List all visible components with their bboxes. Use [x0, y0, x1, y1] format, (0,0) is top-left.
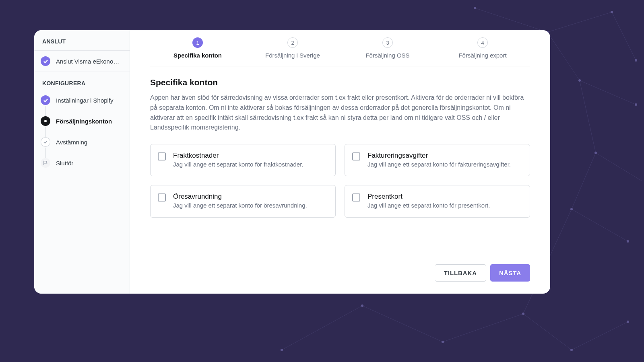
sidebar-item-installningar[interactable]: Inställningar i Shopify: [34, 90, 130, 111]
checkbox[interactable]: [158, 193, 166, 202]
svg-point-24: [361, 304, 363, 307]
card-title: Fraktkostnader: [173, 152, 327, 160]
svg-line-8: [572, 209, 628, 241]
sidebar-item-label: Slutför: [56, 160, 73, 167]
setup-modal: ANSLUT Anslut Visma eEkono… KONFIGURERA …: [34, 30, 550, 294]
current-step-icon: [41, 116, 50, 126]
svg-line-13: [282, 306, 362, 350]
svg-point-26: [522, 313, 524, 315]
stepper-step-3[interactable]: 3 Försäljning OSS: [340, 37, 435, 59]
svg-line-4: [580, 80, 636, 105]
sidebar-section-konfigurera: KONFIGURERA: [34, 72, 130, 90]
card-faktureringsavgifter[interactable]: Faktureringsavgifter Jag vill ange ett s…: [345, 144, 530, 176]
footer-actions: TILLBAKA NÄSTA: [150, 264, 530, 282]
svg-line-2: [612, 12, 636, 60]
svg-point-23: [627, 240, 629, 243]
stepper-number: 2: [287, 37, 298, 48]
options-grid: Fraktkostnader Jag vill ange ett separat…: [150, 144, 530, 218]
stepper-label: Försäljning export: [458, 52, 506, 59]
page-title: Specifika konton: [150, 78, 530, 87]
card-fraktkostnader[interactable]: Fraktkostnader Jag vill ange ett separat…: [150, 144, 336, 176]
svg-line-5: [580, 80, 596, 153]
sidebar-item-label: Inställningar i Shopify: [56, 97, 114, 104]
check-icon: [41, 56, 50, 66]
card-oresavrundning[interactable]: Öresavrundning Jag vill ange ett separat…: [150, 185, 336, 217]
svg-line-0: [475, 8, 547, 32]
next-button[interactable]: NÄSTA: [490, 264, 530, 282]
stepper-number: 4: [477, 37, 488, 48]
sidebar-section-anslut: ANSLUT: [34, 30, 130, 51]
sidebar-item-slutfor[interactable]: Slutför: [34, 152, 130, 173]
svg-line-11: [523, 314, 572, 350]
svg-line-9: [362, 306, 443, 342]
page-description: Appen har även stöd för särredovisning a…: [150, 93, 530, 133]
sidebar: ANSLUT Anslut Visma eEkono… KONFIGURERA …: [34, 30, 130, 294]
checkbox[interactable]: [352, 193, 360, 202]
svg-point-21: [594, 152, 597, 154]
card-title: Faktureringsavgifter: [367, 152, 522, 160]
svg-point-18: [635, 59, 637, 62]
card-desc: Jag vill ange ett separat konto för fakt…: [367, 160, 522, 169]
svg-point-17: [611, 11, 613, 13]
stepper-label: Försäljning OSS: [365, 52, 409, 59]
svg-line-7: [572, 153, 596, 209]
svg-point-28: [627, 321, 629, 323]
sidebar-item-forsaljningskonton[interactable]: Försäljningskonton: [34, 111, 130, 132]
svg-point-15: [474, 7, 476, 9]
checkbox[interactable]: [158, 152, 166, 160]
svg-line-1: [547, 12, 612, 32]
flag-icon: [41, 158, 50, 168]
svg-point-19: [578, 79, 581, 82]
checkbox[interactable]: [352, 152, 360, 160]
svg-point-27: [570, 349, 573, 351]
card-desc: Jag vill ange ett separat konto för pres…: [367, 202, 522, 210]
back-button[interactable]: TILLBAKA: [435, 264, 486, 282]
main-content: 1 Specifika konton 2 Försäljning i Sveri…: [130, 30, 550, 294]
svg-point-29: [281, 349, 283, 351]
stepper: 1 Specifika konton 2 Försäljning i Sveri…: [150, 30, 530, 66]
stepper-number: 3: [382, 37, 393, 48]
svg-line-10: [443, 314, 523, 342]
stepper-number: 1: [192, 37, 203, 48]
svg-point-25: [442, 341, 444, 343]
card-presentkort[interactable]: Presentkort Jag vill ange ett separat ko…: [345, 185, 530, 217]
sidebar-item-avstamning[interactable]: Avstämning: [34, 132, 130, 152]
sidebar-item-anslut-visma[interactable]: Anslut Visma eEkono…: [34, 51, 130, 72]
svg-line-12: [572, 322, 628, 350]
check-icon: [41, 95, 50, 105]
stepper-step-4[interactable]: 4 Försäljning export: [435, 37, 530, 59]
stepper-label: Specifika konton: [173, 52, 222, 59]
card-desc: Jag vill ange ett separat konto för frak…: [173, 160, 327, 169]
card-title: Öresavrundning: [173, 193, 327, 201]
svg-line-6: [596, 153, 642, 181]
svg-line-3: [547, 32, 580, 80]
sidebar-item-label: Försäljningskonton: [56, 118, 112, 125]
stepper-step-2[interactable]: 2 Försäljning i Sverige: [245, 37, 340, 59]
sidebar-item-label: Anslut Visma eEkono…: [56, 58, 119, 65]
card-desc: Jag vill ange ett separat konto för öres…: [173, 202, 327, 210]
svg-point-20: [635, 103, 637, 106]
stepper-label: Försäljning i Sverige: [265, 52, 320, 59]
stepper-step-1[interactable]: 1 Specifika konton: [150, 37, 245, 59]
svg-point-22: [570, 208, 573, 210]
card-title: Presentkort: [367, 193, 522, 201]
pending-check-icon: [41, 137, 50, 147]
sidebar-item-label: Avstämning: [56, 139, 87, 146]
